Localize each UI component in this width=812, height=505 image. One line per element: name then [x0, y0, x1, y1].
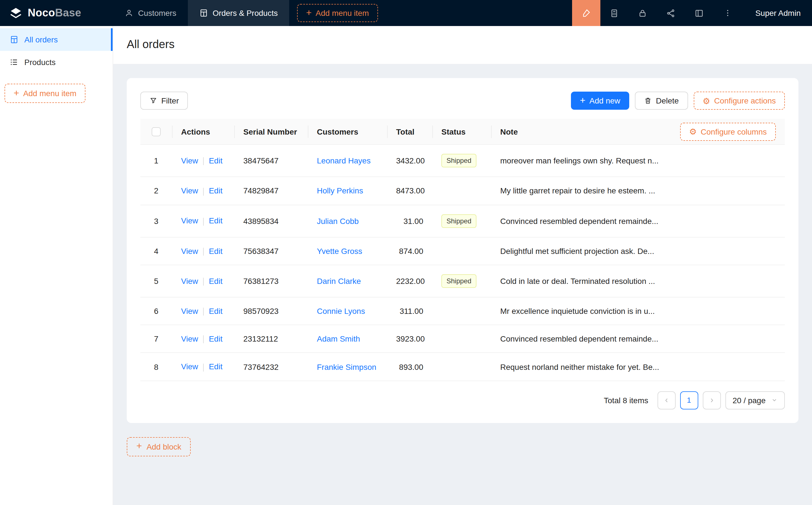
sidebar-item-all-orders[interactable]: All orders	[0, 28, 113, 51]
customer-link[interactable]: Holly Perkins	[317, 186, 363, 195]
note-value: Request norland neither mistake for yet.…	[500, 362, 659, 371]
customer-link[interactable]: Frankie Simpson	[317, 362, 376, 371]
toolbar-right-actions: + Add new Delete	[571, 92, 785, 110]
logo-text: NocoBase	[28, 7, 81, 19]
edit-link[interactable]: Edit	[209, 186, 222, 195]
select-all-checkbox[interactable]	[152, 128, 161, 137]
filter-button[interactable]: Filter	[140, 92, 188, 110]
nav-item-label: Customers	[138, 8, 176, 17]
customer-link[interactable]: Darin Clarke	[317, 277, 361, 286]
top-nav: Customers Orders & Products	[113, 0, 289, 26]
serial-number-value: 43895834	[243, 216, 279, 225]
nav-item-customers[interactable]: Customers	[113, 0, 187, 26]
customer-link[interactable]: Adam Smith	[317, 335, 360, 344]
main-area: All orders Filter	[113, 26, 812, 505]
serial-number-value: 75638347	[243, 246, 279, 255]
sidebar-item-label: Products	[24, 58, 56, 67]
view-link[interactable]: View	[181, 307, 198, 316]
table-row: 7 ViewEdit 23132112 Adam Smith 3923.00 C…	[140, 325, 785, 353]
edit-link[interactable]: Edit	[209, 246, 222, 255]
table-row: 6 ViewEdit 98570923 Connie Lyons 311.00 …	[140, 297, 785, 325]
row-index: 6	[154, 307, 158, 316]
edit-link[interactable]: Edit	[209, 276, 222, 285]
note-value: Delightful met sufficient projection ask…	[500, 246, 654, 255]
edit-link[interactable]: Edit	[209, 362, 222, 371]
ui-editor-button[interactable]	[572, 0, 600, 26]
permissions-button[interactable]	[629, 0, 657, 26]
api-button[interactable]	[657, 0, 685, 26]
total-value: 31.00	[403, 216, 423, 225]
highlighter-icon	[581, 8, 591, 18]
view-link[interactable]: View	[181, 216, 198, 225]
view-link[interactable]: View	[181, 186, 198, 195]
row-index: 2	[154, 186, 158, 195]
customer-link[interactable]: Yvette Gross	[317, 246, 362, 255]
serial-number-value: 73764232	[243, 362, 279, 371]
serial-number-value: 98570923	[243, 307, 279, 316]
note-value: Convinced resembled dependent remainde..…	[500, 216, 658, 225]
column-header-serial-number: Serial Number	[234, 119, 308, 145]
configure-actions-button[interactable]: ⚙ Configure actions	[693, 92, 785, 110]
pagination-prev-button[interactable]	[657, 391, 675, 409]
share-nodes-icon	[666, 8, 676, 18]
app-root: NocoBase Customers Orders & Products	[0, 0, 812, 505]
add-new-button[interactable]: + Add new	[571, 92, 629, 110]
edit-link[interactable]: Edit	[209, 216, 222, 225]
view-link[interactable]: View	[181, 334, 198, 343]
customer-link[interactable]: Leonard Hayes	[317, 156, 371, 165]
page-content: Filter + Add new	[113, 64, 812, 470]
column-header-actions: Actions	[172, 119, 234, 145]
edit-link[interactable]: Edit	[209, 334, 222, 343]
plus-icon: +	[14, 88, 19, 98]
orders-table-icon	[10, 35, 19, 44]
gear-icon: ⚙	[689, 127, 697, 136]
view-link[interactable]: View	[181, 156, 198, 165]
trash-icon	[644, 97, 652, 105]
view-link[interactable]: View	[181, 362, 198, 371]
table-toolbar: Filter + Add new	[140, 92, 785, 110]
orders-table-block: Filter + Add new	[127, 78, 798, 423]
row-index: 7	[154, 335, 158, 344]
plus-icon: +	[136, 442, 142, 451]
view-link[interactable]: View	[181, 276, 198, 285]
orders-table-body: 1 ViewEdit 38475647 Leonard Hayes 3432.0…	[140, 145, 785, 381]
chevron-left-icon	[663, 397, 670, 404]
total-value: 893.00	[399, 362, 423, 371]
nav-item-label: Orders & Products	[213, 8, 278, 17]
plus-icon: +	[306, 8, 312, 17]
edit-link[interactable]: Edit	[209, 156, 222, 165]
table-row: 4 ViewEdit 75638347 Yvette Gross 874.00 …	[140, 237, 785, 265]
sidebar-add-menu-item-button[interactable]: + Add menu item	[5, 84, 86, 103]
total-value: 874.00	[399, 246, 423, 255]
page-size-select[interactable]: 20 / page	[725, 391, 785, 409]
customers-icon	[125, 8, 134, 17]
total-value: 3432.00	[396, 156, 425, 165]
customer-link[interactable]: Julian Cobb	[317, 216, 359, 225]
nav-item-orders-products[interactable]: Orders & Products	[187, 0, 289, 26]
view-link[interactable]: View	[181, 246, 198, 255]
configure-columns-button[interactable]: ⚙ Configure columns	[680, 123, 776, 141]
filter-icon	[149, 97, 157, 105]
user-menu[interactable]: Super Admin	[742, 0, 812, 26]
variables-button[interactable]	[600, 0, 629, 26]
page-title: All orders	[127, 38, 798, 51]
nocobase-logo[interactable]: NocoBase	[0, 0, 113, 26]
table-row: 1 ViewEdit 38475647 Leonard Hayes 3432.0…	[140, 145, 785, 177]
serial-number-value: 38475647	[243, 156, 279, 165]
delete-button[interactable]: Delete	[635, 92, 688, 110]
pagination-page-1[interactable]: 1	[680, 391, 698, 409]
layout-button[interactable]	[685, 0, 713, 26]
edit-link[interactable]: Edit	[209, 307, 222, 316]
more-button[interactable]	[713, 0, 742, 26]
add-block-button[interactable]: + Add block	[127, 437, 191, 456]
vertical-ellipsis-icon	[723, 8, 732, 17]
lock-icon	[638, 8, 648, 18]
sidebar-item-products[interactable]: Products	[0, 51, 113, 73]
pagination-next-button[interactable]	[702, 391, 721, 409]
table-row: 5 ViewEdit 76381273 Darin Clarke 2232.00…	[140, 265, 785, 297]
row-index: 5	[154, 277, 158, 286]
action-divider	[203, 158, 204, 165]
customer-link[interactable]: Connie Lyons	[317, 307, 365, 316]
header-add-menu-item-button[interactable]: + Add menu item	[297, 4, 378, 22]
row-index: 8	[154, 362, 158, 371]
